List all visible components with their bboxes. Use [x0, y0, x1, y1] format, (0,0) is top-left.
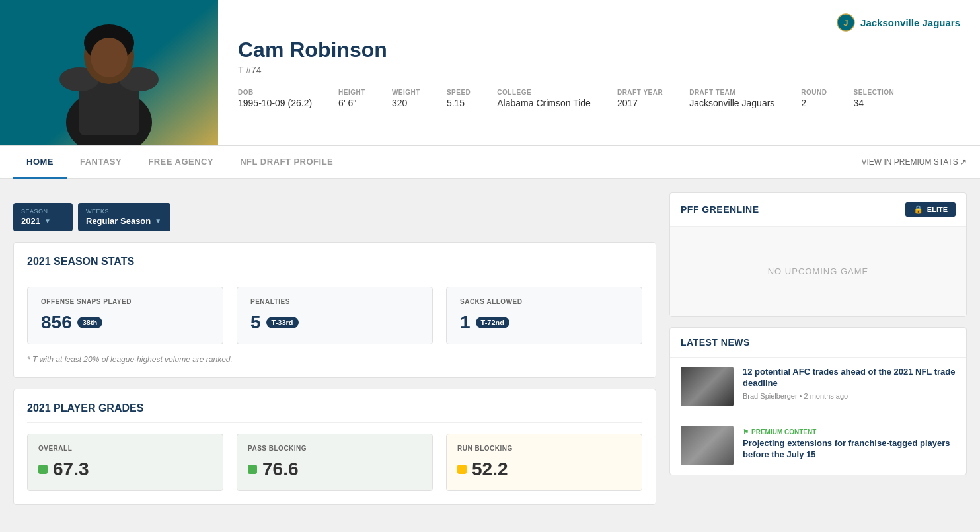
stats-section: 2021 SEASON STATS OFFENSE SNAPS PLAYED 8… [13, 242, 656, 378]
selection-label: SELECTION [854, 89, 895, 96]
main-content: SEASON 2021 ▼ WEEKS Regular Season ▼ 202… [0, 179, 980, 518]
dob-value: 1995-10-09 (26.2) [238, 98, 312, 108]
draft-team-label: DRAFT TEAM [689, 89, 774, 96]
pass-grade-dot [248, 465, 257, 474]
news-card: LATEST NEWS 12 potential AFC trades ahea… [669, 327, 967, 475]
speed-group: SPEED 5.15 [447, 89, 471, 108]
news-header: LATEST NEWS [670, 328, 966, 358]
overall-grade-card: OVERALL 67.3 [27, 434, 223, 491]
player-image-area [0, 0, 218, 145]
sacks-rank: T-72nd [476, 317, 509, 328]
run-value: 52.2 [457, 459, 631, 480]
news-title-1: 12 potential AFC trades ahead of the 202… [743, 367, 956, 389]
round-value: 2 [801, 98, 806, 108]
draft-team-value: Jacksonville Jaguars [689, 98, 774, 108]
news-title-2: Projecting extensions for franchise-tagg… [743, 438, 956, 461]
pass-value: 76.6 [248, 459, 422, 480]
grades-title: 2021 PLAYER GRADES [27, 402, 642, 423]
stats-grid: OFFENSE SNAPS PLAYED 856 38th PENALTIES … [27, 287, 642, 344]
speed-value: 5.15 [447, 98, 465, 108]
svg-point-7 [91, 38, 128, 77]
elite-badge[interactable]: 🔒 ELITE [905, 202, 956, 217]
offense-snaps-card: OFFENSE SNAPS PLAYED 856 38th [27, 287, 223, 344]
season-dropdown-arrow: ▼ [44, 217, 51, 225]
dob-group: DOB 1995-10-09 (26.2) [238, 89, 312, 108]
college-group: COLLEGE Alabama Crimson Tide [497, 89, 591, 108]
team-badge: J Jacksonville Jaguars [837, 13, 960, 32]
pass-label: PASS BLOCKING [248, 445, 422, 452]
offense-snaps-value: 856 38th [41, 312, 209, 333]
filter-row: SEASON 2021 ▼ WEEKS Regular Season ▼ [13, 192, 656, 231]
premium-tag: ⚑ PREMIUM CONTENT [743, 428, 816, 436]
grades-grid: OVERALL 67.3 PASS BLOCKING 76.6 RUN BLOC… [27, 434, 642, 491]
run-label: RUN BLOCKING [457, 445, 631, 452]
left-panel: SEASON 2021 ▼ WEEKS Regular Season ▼ 202… [13, 192, 656, 505]
dob-label: DOB [238, 89, 312, 96]
draft-year-value: 2017 [617, 98, 638, 108]
weeks-dropdown-arrow: ▼ [155, 217, 161, 225]
weight-value: 320 [392, 98, 407, 108]
height-group: HEIGHT 6' 6" [338, 89, 365, 108]
news-title: LATEST NEWS [681, 337, 750, 348]
jaguars-logo-icon: J [837, 13, 855, 32]
season-dropdown[interactable]: SEASON 2021 ▼ [13, 203, 73, 231]
college-label: COLLEGE [497, 89, 591, 96]
news-thumb-2 [681, 426, 734, 465]
player-header: Cam Robinson T #74 DOB 1995-10-09 (26.2)… [0, 0, 980, 146]
news-thumb-1 [681, 367, 734, 406]
svg-text:J: J [843, 18, 848, 28]
team-name: Jacksonville Jaguars [860, 17, 960, 28]
tab-free-agency[interactable]: FREE AGENCY [135, 146, 227, 179]
selection-group: SELECTION 34 [854, 89, 895, 108]
run-grade-dot [457, 465, 467, 474]
nav-bar: HOME FANTASY FREE AGENCY NFL DRAFT PROFI… [0, 146, 980, 179]
height-label: HEIGHT [338, 89, 365, 96]
run-grade-card: RUN BLOCKING 52.2 [446, 434, 642, 491]
college-value: Alabama Crimson Tide [497, 98, 591, 108]
draft-year-label: DRAFT YEAR [617, 89, 663, 96]
lock-icon: 🔒 [913, 205, 923, 214]
draft-year-group: DRAFT YEAR 2017 [617, 89, 663, 108]
offense-snaps-rank: 38th [77, 317, 103, 328]
weight-group: WEIGHT 320 [392, 89, 420, 108]
tab-fantasy[interactable]: FANTASY [67, 146, 135, 179]
penalties-card: PENALTIES 5 T-33rd [237, 287, 433, 344]
player-name: Cam Robinson [238, 38, 960, 62]
penalties-label: PENALTIES [250, 298, 419, 305]
news-item-2[interactable]: ⚑ PREMIUM CONTENT Projecting extensions … [670, 416, 966, 475]
news-content-2: ⚑ PREMIUM CONTENT Projecting extensions … [743, 426, 956, 465]
grades-section: 2021 PLAYER GRADES OVERALL 67.3 PASS BLO… [13, 389, 656, 505]
draft-team-group: DRAFT TEAM Jacksonville Jaguars [689, 89, 774, 108]
speed-label: SPEED [447, 89, 471, 96]
tab-nfl-draft-profile[interactable]: NFL DRAFT PROFILE [227, 146, 346, 179]
sacks-label: SACKS ALLOWED [460, 298, 628, 305]
player-details: DOB 1995-10-09 (26.2) HEIGHT 6' 6" WEIGH… [238, 89, 960, 108]
player-position: T #74 [238, 65, 960, 75]
pff-greenline-header: PFF GREENLINE 🔒 ELITE [670, 193, 966, 227]
round-label: ROUND [801, 89, 827, 96]
premium-stats-link[interactable]: VIEW IN PREMIUM STATS ↗ [861, 157, 967, 167]
round-group: ROUND 2 [801, 89, 827, 108]
penalties-value: 5 T-33rd [250, 312, 419, 333]
pff-greenline-title: PFF GREENLINE [681, 204, 759, 215]
weeks-dropdown[interactable]: WEEKS Regular Season ▼ [78, 203, 170, 231]
stats-title: 2021 SEASON STATS [27, 256, 642, 276]
selection-value: 34 [854, 98, 864, 108]
stat-note: * T with at least 20% of league-highest … [27, 355, 642, 364]
pff-greenline-card: PFF GREENLINE 🔒 ELITE NO UPCOMING GAME [669, 192, 967, 317]
pass-grade-card: PASS BLOCKING 76.6 [237, 434, 433, 491]
overall-grade-dot [38, 465, 48, 474]
tab-home[interactable]: HOME [13, 146, 67, 179]
overall-label: OVERALL [38, 445, 212, 452]
overall-value: 67.3 [38, 459, 212, 480]
nav-tabs: HOME FANTASY FREE AGENCY NFL DRAFT PROFI… [13, 146, 346, 178]
news-content-1: 12 potential AFC trades ahead of the 202… [743, 367, 956, 406]
news-author-1: Brad Spielberger • 2 months ago [743, 392, 956, 400]
offense-snaps-label: OFFENSE SNAPS PLAYED [41, 298, 209, 305]
weight-label: WEIGHT [392, 89, 420, 96]
news-item-1[interactable]: 12 potential AFC trades ahead of the 202… [670, 358, 966, 416]
sacks-value: 1 T-72nd [460, 312, 628, 333]
height-value: 6' 6" [338, 98, 356, 108]
no-game-area: NO UPCOMING GAME [670, 227, 966, 316]
sacks-card: SACKS ALLOWED 1 T-72nd [446, 287, 642, 344]
